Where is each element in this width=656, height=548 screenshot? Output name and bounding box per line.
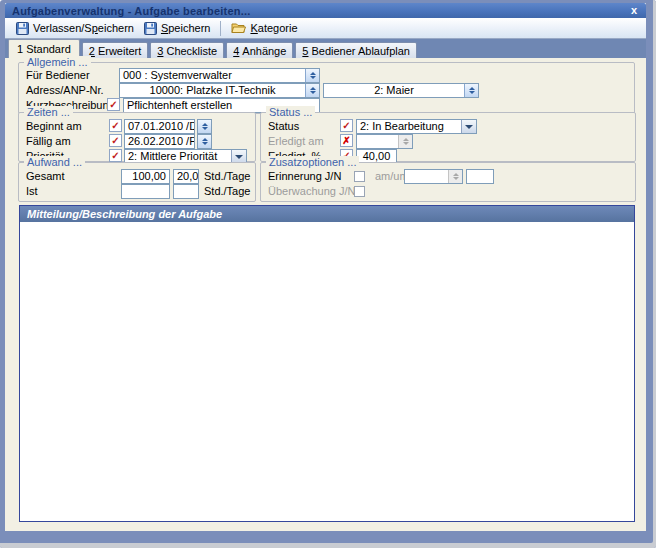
mitteilung-header: Mitteilung/Beschreibung der Aufgabe [20, 206, 634, 222]
ueberwachung-checkbox[interactable] [354, 186, 365, 197]
ist-std-value [122, 185, 169, 198]
beginnt-am-label: Beginnt am [26, 120, 82, 132]
save-and-exit-button[interactable]: Verlassen/Speichern [11, 21, 139, 36]
erinnerung-zeit-field[interactable] [466, 169, 494, 184]
group-allgemein: Allgemein ... Für Bediener 000 : Systemv… [18, 62, 635, 114]
erinnerung-checkbox[interactable] [354, 171, 365, 182]
tab-bar: 1 Standard 2 Erweitert 3 Checkliste 4 An… [5, 39, 646, 58]
group-status-title: Status ... [266, 106, 315, 118]
close-icon[interactable]: x [631, 4, 637, 16]
tab-erweitert[interactable]: 2 Erweitert [82, 42, 149, 58]
check-icon[interactable]: ✓ [109, 149, 122, 162]
kategorie-label: Kategorie [250, 22, 297, 34]
mitteilung-panel: Mitteilung/Beschreibung der Aufgabe [19, 205, 635, 522]
faellig-am-field[interactable]: 26.02.2010 /Fr [124, 134, 195, 149]
ueberwachung-label: Überwachung J/N [268, 185, 355, 197]
erinnerung-datum-field [404, 169, 463, 184]
adress-value: 10000: Platzke IT-Technik [120, 84, 305, 97]
group-status: Status ... Status ✓ 2: In Bearbeitung Er… [260, 112, 636, 162]
window-title: Aufgabenverwaltung - Aufgabe bearbeiten.… [5, 5, 250, 17]
erledigt-am-field [356, 134, 413, 149]
save-label: Speichern [161, 22, 211, 34]
fuer-bediener-label: Für Bediener [26, 69, 90, 81]
folder-icon [231, 22, 246, 34]
erinnerung-label: Erinnerung J/N [268, 170, 341, 182]
faellig-am-label: Fällig am [26, 135, 71, 147]
faellig-am-spinner[interactable] [197, 134, 212, 149]
gesamt-unit-label: Std./Tage [204, 170, 250, 182]
tab-label: Erweitert [98, 45, 141, 57]
faellig-am-value: 26.02.2010 /Fr [125, 135, 194, 148]
status-label: Status [268, 120, 299, 132]
bediener2-field[interactable]: 2: Maier [323, 83, 479, 98]
spinner-icon[interactable] [305, 69, 319, 82]
gesamt-std-field[interactable]: 100,00 [121, 169, 170, 184]
tab-label: Bediener Ablaufplan [311, 45, 409, 57]
erinnerung-datum-value [405, 170, 448, 183]
adress-label: Adress/ANP-Nr. [26, 84, 104, 96]
spinner-icon[interactable] [198, 120, 211, 133]
erledigt-am-label: Erledigt am [268, 135, 324, 147]
erinnerung-zeit-value [467, 170, 493, 183]
tab-anhaenge[interactable]: 4 Anhänge [226, 42, 293, 58]
app-window: Aufgabenverwaltung - Aufgabe bearbeiten.… [0, 0, 656, 548]
spinner-icon[interactable] [464, 84, 478, 97]
ist-std-field[interactable] [121, 184, 170, 199]
spinner-icon[interactable] [198, 135, 211, 148]
group-zeiten-title: Zeiten ... [24, 106, 73, 118]
gesamt-label: Gesamt [26, 170, 65, 182]
check-icon[interactable]: ✓ [109, 119, 122, 132]
check-icon[interactable]: ✓ [107, 98, 120, 111]
gesamt-std-value: 100,00 [122, 170, 169, 183]
gesamt-tage-field[interactable]: 20,0 [173, 169, 199, 184]
group-zeiten: Zeiten ... Beginnt am ✓ 07.01.2010 /Do F… [18, 112, 256, 162]
group-zusatzoptionen-title: Zusatzoptionen ... [266, 156, 359, 168]
adress-field[interactable]: 10000: Platzke IT-Technik [119, 83, 320, 98]
spinner-icon [398, 135, 412, 148]
spinner-icon [448, 170, 462, 183]
save-icon [144, 22, 157, 35]
group-zusatzoptionen: Zusatzoptionen ... Erinnerung J/N am/um … [260, 162, 636, 202]
status-value: 2: In Bearbeitung [357, 120, 461, 133]
ist-tage-field[interactable] [173, 184, 199, 199]
ist-tage-value [174, 185, 198, 198]
check-icon[interactable]: ✓ [340, 119, 353, 132]
bediener2-value: 2: Maier [324, 84, 464, 97]
tab-number: 2 [89, 45, 95, 57]
task-description-textarea[interactable] [20, 222, 634, 521]
tab-label: Standard [26, 43, 71, 55]
beginnt-am-value: 07.01.2010 /Do [125, 120, 194, 133]
tab-number: 3 [157, 45, 163, 57]
tab-number: 4 [233, 45, 239, 57]
erledigt-am-value [357, 135, 398, 148]
tab-number: 1 [17, 43, 23, 55]
save-and-exit-label: Verlassen/Speichern [33, 22, 134, 34]
save-icon [16, 22, 29, 35]
tab-label: Checkliste [166, 45, 217, 57]
kategorie-button[interactable]: Kategorie [226, 21, 302, 35]
beginnt-am-spinner[interactable] [197, 119, 212, 134]
tab-bediener-ablaufplan[interactable]: 5 Bediener Ablaufplan [295, 42, 417, 58]
beginnt-am-field[interactable]: 07.01.2010 /Do [124, 119, 195, 134]
title-bar[interactable]: Aufgabenverwaltung - Aufgabe bearbeiten.… [5, 3, 646, 18]
chevron-down-icon[interactable] [461, 120, 476, 133]
spinner-icon[interactable] [305, 84, 319, 97]
ist-label: Ist [26, 185, 38, 197]
gesamt-tage-value: 20,0 [174, 170, 198, 183]
group-allgemein-title: Allgemein ... [24, 56, 91, 68]
check-icon[interactable]: ✓ [109, 134, 122, 147]
tab-number: 5 [302, 45, 308, 57]
fuer-bediener-field[interactable]: 000 : Systemverwalter [119, 68, 320, 83]
toolbar: Verlassen/Speichern Speichern Kategorie [5, 18, 646, 39]
group-aufwand: Aufwand ... Gesamt 100,00 20,0 Std./Tage… [18, 162, 256, 202]
status-dropdown[interactable]: 2: In Bearbeitung [356, 119, 477, 134]
tab-label: Anhänge [242, 45, 286, 57]
save-button[interactable]: Speichern [139, 21, 216, 36]
group-aufwand-title: Aufwand ... [24, 156, 85, 168]
tab-checkliste[interactable]: 3 Checkliste [150, 42, 224, 58]
toolbar-separator [220, 21, 221, 36]
fuer-bediener-value: 000 : Systemverwalter [120, 69, 305, 82]
ist-unit-label: Std./Tage [204, 185, 250, 197]
cross-icon[interactable]: ✗ [340, 134, 353, 147]
